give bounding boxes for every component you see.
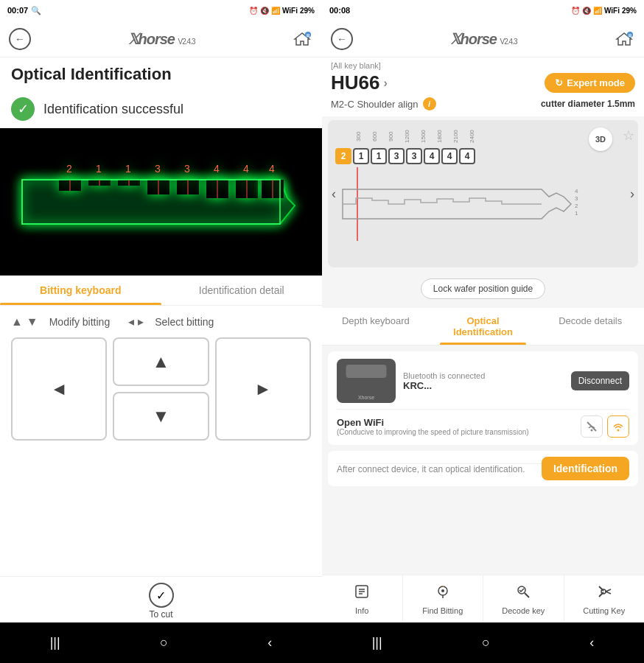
svg-line-22 (606, 592, 611, 594)
scale-2400: 2400 (469, 126, 486, 147)
diagram-left-arrow[interactable]: ‹ (332, 186, 336, 202)
search-icon-left: 🔍 (31, 6, 41, 15)
to-cut-section: ✓ To cut (0, 576, 322, 622)
bottom-nav-right: ||| ○ ‹ (322, 622, 644, 663)
bottom-nav-left: ||| ○ ‹ (0, 622, 322, 663)
status-bar-left: 00:07 🔍 ⏰ 🔇 📶 WiFi 29% (0, 0, 322, 21)
wifi-on-button[interactable] (607, 415, 629, 438)
nav-menu-right[interactable]: ||| (357, 629, 397, 656)
modify-arrows: ▲ ▼ (11, 315, 38, 329)
info-icon[interactable]: i (423, 97, 436, 110)
bitting-val-4a: 4 (424, 148, 440, 164)
scale-600: 600 (372, 126, 388, 147)
device-slot (346, 365, 387, 378)
scale-2100: 2100 (453, 126, 469, 147)
modify-down-arrow[interactable]: ▼ (27, 315, 38, 329)
expert-mode-button[interactable]: ↻ Expert mode (545, 73, 635, 93)
tab-optical-identification[interactable]: OpticalIdentification (430, 308, 537, 345)
svg-text:1: 1 (575, 210, 578, 217)
bottom-tab-decode-key[interactable]: Decode key (483, 575, 564, 622)
bitting-up[interactable]: ▲ (113, 337, 209, 386)
modify-label: Modify bitting (49, 316, 110, 328)
back-button-left[interactable]: ← (9, 28, 31, 50)
modify-row: ▲ ▼ Modify bitting ◂ ▸ Select bitting (11, 315, 311, 329)
bitting-down[interactable]: ▼ (113, 392, 209, 441)
lock-wafer-section: Lock wafer position guide (322, 275, 644, 303)
svg-line-19 (525, 593, 529, 597)
select-right-arrow[interactable]: ▸ (138, 315, 144, 329)
success-banner: ✓ Identification successful (0, 90, 322, 128)
bitting-val-3b: 3 (406, 148, 422, 164)
svg-point-9 (591, 429, 593, 432)
scale-300: 300 (356, 126, 372, 147)
home-button-right[interactable]: B (613, 28, 635, 50)
tab-bitting-keyboard[interactable]: Bitting keyboard (0, 276, 161, 305)
diagram-right-arrow[interactable]: › (630, 186, 634, 202)
wifi-row: Open WiFi (Conducive to improving the sp… (337, 409, 629, 438)
find-bitting-tab-icon (435, 583, 451, 604)
bottom-tab-find-bitting[interactable]: Find Bitting (403, 575, 484, 622)
key-image-canvas (0, 128, 322, 276)
back-button-right[interactable]: ← (331, 28, 353, 50)
tab-identification-detail[interactable]: Identification detail (161, 276, 323, 305)
nav-bar-left: ← 𝕏horse V2.4.3 B (0, 21, 322, 57)
identification-button[interactable]: Identification (542, 457, 629, 480)
star-button[interactable]: ☆ (623, 127, 634, 144)
select-left-arrow[interactable]: ◂ (128, 315, 134, 329)
alarm-icon-right: ⏰ (571, 7, 580, 15)
to-cut-button[interactable]: ✓ To cut (149, 583, 174, 620)
scale-1200: 1200 (405, 126, 421, 147)
bitting-right-nav[interactable]: ► (215, 337, 311, 441)
device-brand: Xhorse (358, 395, 374, 400)
time-right: 00:08 (329, 6, 350, 15)
diagram-area: ‹ 300 600 900 1200 1500 1800 2100 2400 (328, 120, 638, 267)
wifi-icons (581, 415, 629, 438)
svg-text:2: 2 (575, 203, 578, 209)
logo-left: 𝕏horse V2.4.3 (127, 30, 195, 48)
tab-depth-keyboard[interactable]: Depth keyboard (322, 308, 430, 345)
bitting-controls: ▲ ▼ Modify bitting ◂ ▸ Select bitting ◄ … (0, 306, 322, 449)
key-image-container (0, 128, 322, 276)
bottom-tab-info[interactable]: Info (322, 575, 403, 622)
bitting-values-row: 2 1 1 3 3 4 4 4 (335, 148, 620, 164)
nav-menu-left[interactable]: ||| (35, 629, 75, 656)
cutter-diameter: cutter diameter 1.5mm (541, 99, 635, 109)
key-chevron[interactable]: › (383, 77, 387, 90)
svg-text:B: B (307, 33, 310, 38)
alarm-icon-left: ⏰ (249, 7, 258, 15)
home-button-left[interactable]: B (291, 28, 313, 50)
disconnect-button[interactable]: Disconnect (571, 371, 629, 390)
scale-row: 300 600 900 1200 1500 1800 2100 2400 (356, 126, 620, 147)
battery-left: 29% (300, 7, 315, 15)
key-specs-row: M2-C Shoulder align i cutter diameter 1.… (331, 97, 635, 110)
nav-home-left[interactable]: ○ (145, 629, 183, 656)
success-message: Identification successful (43, 102, 183, 117)
device-row: Xhorse Bluetooth is connected KRC... Dis… (337, 359, 629, 403)
info-tab-icon (354, 583, 370, 604)
wifi-off-button[interactable] (581, 415, 603, 438)
device-name: KRC... (403, 380, 564, 391)
nav-home-right[interactable]: ○ (467, 629, 505, 656)
svg-text:3: 3 (575, 195, 578, 202)
key-header: [All key blank] HU66 › ↻ Expert mode M2-… (322, 57, 644, 116)
svg-line-21 (606, 589, 611, 592)
all-key-blank: [All key blank] (331, 61, 635, 70)
svg-text:B: B (629, 33, 632, 38)
nav-back-left[interactable]: ‹ (253, 629, 287, 656)
bitting-val-3a: 3 (388, 148, 405, 164)
select-arrows: ◂ ▸ (128, 315, 144, 329)
device-section: Xhorse Bluetooth is connected KRC... Dis… (328, 351, 638, 445)
device-image: Xhorse (337, 359, 396, 403)
key-name: HU66 › (331, 71, 388, 94)
3d-button[interactable]: 3D (589, 127, 612, 151)
key-title-row: HU66 › ↻ Expert mode (331, 71, 635, 94)
time-left: 00:07 (7, 6, 28, 15)
modify-up-arrow[interactable]: ▲ (11, 315, 23, 329)
nav-back-right[interactable]: ‹ (575, 629, 609, 656)
bitting-left-nav[interactable]: ◄ (11, 337, 107, 441)
select-label: Select bitting (155, 316, 214, 328)
bottom-tab-cutting-key[interactable]: Cutting Key (564, 575, 645, 622)
lock-wafer-button[interactable]: Lock wafer position guide (421, 278, 545, 299)
tab-decode-details[interactable]: Decode details (536, 308, 644, 345)
refresh-icon: ↻ (555, 77, 563, 88)
